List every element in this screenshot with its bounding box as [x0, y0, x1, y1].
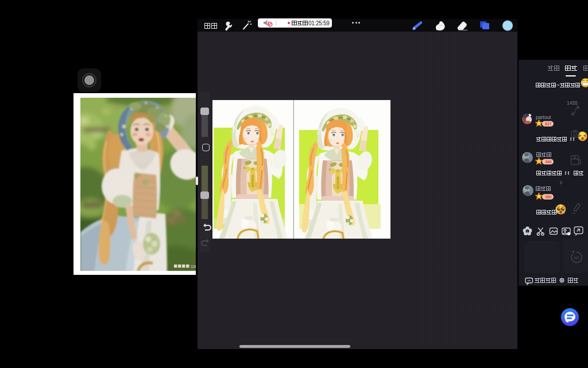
- svg-text:1083: 1083: [191, 264, 196, 269]
- svg-text:90: 90: [574, 255, 579, 260]
- svg-text:827: 827: [545, 122, 552, 126]
